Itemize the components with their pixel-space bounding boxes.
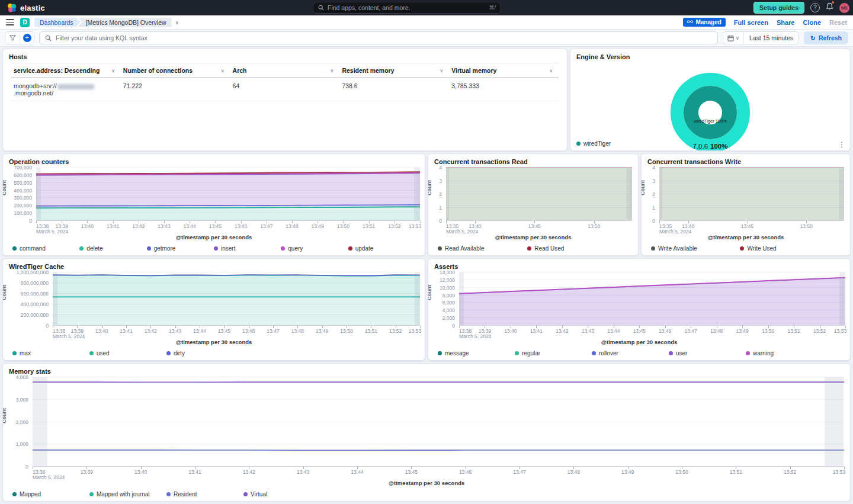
managed-icon xyxy=(687,20,693,24)
legend-item[interactable]: insert xyxy=(214,245,281,252)
date-picker-calendar-icon[interactable]: ∨ xyxy=(723,32,744,44)
legend-dot xyxy=(243,492,248,496)
x-axis-title: @timestamp per 30 seconds xyxy=(3,234,425,242)
refresh-button[interactable]: ↻ Refresh xyxy=(804,31,848,44)
legend-dot xyxy=(89,351,94,355)
time-range-value[interactable]: Last 15 minutes xyxy=(744,34,799,41)
memory-stats-chart[interactable]: Count01,0002,0003,0004,00013:3813:3913:4… xyxy=(3,376,850,480)
legend-label: update xyxy=(355,245,374,252)
panel-wiredtiger-cache: WiredTiger Cache Count0200,000,000400,00… xyxy=(2,258,425,361)
engine-donut-chart[interactable]: wiredTiger 100% 7.0.6100% wiredTiger ⋮ xyxy=(570,62,850,150)
donut-inner-ring xyxy=(691,94,730,132)
legend-dot xyxy=(12,351,17,355)
share-link[interactable]: Share xyxy=(777,19,795,26)
chart-legend: commanddeletegetmoreinsertqueryupdate xyxy=(3,242,425,255)
global-search-input[interactable]: Find apps, content, and more. ⌘/ xyxy=(313,2,501,14)
asserts-chart[interactable]: Count02,0004,0006,0008,00010,00012,00014… xyxy=(428,271,850,339)
search-icon xyxy=(318,5,324,11)
panel-hosts: Hosts service.address: Descending∨Number… xyxy=(2,49,567,151)
legend-label: Write Available xyxy=(658,245,697,252)
column-header[interactable]: Resident memory∨ xyxy=(339,63,449,78)
legend-item[interactable]: command xyxy=(12,245,79,252)
panel-options-kebab-icon[interactable]: ⋮ xyxy=(838,140,845,149)
elastic-logo[interactable]: elastic xyxy=(7,3,45,12)
legend-item[interactable]: used xyxy=(89,350,166,357)
legend-item[interactable]: Mapped xyxy=(12,491,89,497)
dashboard-app-badge[interactable]: D xyxy=(20,18,30,27)
chart-legend: maxuseddirty xyxy=(3,346,425,360)
refresh-icon: ↻ xyxy=(810,34,816,41)
kql-filter-input[interactable]: Filter your data using KQL syntax xyxy=(39,31,718,44)
breadcrumb-dashboards[interactable]: Dashboards xyxy=(34,18,81,27)
legend-item[interactable]: user xyxy=(669,350,746,357)
clone-link[interactable]: Clone xyxy=(803,19,821,26)
legend-item-wiredtiger[interactable]: wiredTiger xyxy=(576,140,611,147)
legend-item[interactable]: warning xyxy=(746,350,823,357)
managed-label: Managed xyxy=(695,19,721,25)
breadcrumb-current-dashboard[interactable]: [Metrics MongoDB] Overview xyxy=(78,18,172,27)
menu-hamburger-icon[interactable] xyxy=(6,19,14,25)
elastic-logo-icon xyxy=(7,3,17,12)
table-row: mongodb+srv://.mongodb.net/ 71.222 64 73… xyxy=(11,78,559,101)
full-screen-link[interactable]: Full screen xyxy=(734,19,768,26)
legend-dot xyxy=(166,492,171,496)
legend-dot xyxy=(746,351,750,355)
legend-item[interactable]: Read Available xyxy=(438,245,527,252)
legend-item[interactable]: update xyxy=(348,245,415,252)
sort-chevron-icon: ∨ xyxy=(221,68,225,73)
column-header[interactable]: Arch∨ xyxy=(230,63,340,78)
column-header[interactable]: Number of connections∨ xyxy=(121,63,230,78)
legend-dot xyxy=(515,351,519,355)
legend-item[interactable]: Write Used xyxy=(740,245,829,252)
column-header[interactable]: Virtual memory∨ xyxy=(449,63,559,78)
setup-guides-button[interactable]: Setup guides xyxy=(753,2,804,14)
operation-counters-chart[interactable]: Count0100,000200,000300,000400,000500,00… xyxy=(3,166,425,234)
breadcrumb-chevron-icon[interactable]: ∨ xyxy=(175,20,179,25)
legend-dot xyxy=(592,351,596,355)
legend-item[interactable]: regular xyxy=(515,350,592,357)
concurrent-read-chart[interactable]: Count0123413:3513:4013:4513:50March 5, 2… xyxy=(428,166,638,234)
chevron-down-icon: ∨ xyxy=(736,36,739,41)
reset-link[interactable]: Reset xyxy=(829,19,847,26)
legend-label: dirty xyxy=(174,350,185,357)
legend-item[interactable]: Read Used xyxy=(527,245,617,252)
legend-item[interactable]: Write Available xyxy=(651,245,740,252)
chart-legend: Read AvailableRead Used xyxy=(428,242,638,255)
legend-label: user xyxy=(676,350,687,357)
panel-title: Hosts xyxy=(3,49,567,62)
legend-item[interactable]: Mapped with journal xyxy=(89,491,166,497)
legend-label: Read Used xyxy=(534,245,564,252)
legend-dot xyxy=(438,246,442,251)
user-avatar[interactable]: MS xyxy=(839,3,849,13)
panel-title: Asserts xyxy=(428,259,850,271)
legend-item[interactable]: max xyxy=(12,350,89,357)
concurrent-write-chart[interactable]: Count0123413:3513:4013:4513:50March 5, 2… xyxy=(642,166,850,234)
legend-dot xyxy=(740,246,744,251)
managed-badge[interactable]: Managed xyxy=(683,18,725,27)
legend-item[interactable]: rollover xyxy=(592,350,669,357)
legend-label: Resident xyxy=(174,491,197,497)
legend-item[interactable]: Virtual xyxy=(243,491,320,497)
panel-concurrent-transactions-write: Concurrent transactions Write Count01234… xyxy=(641,153,851,256)
legend-item[interactable]: dirty xyxy=(166,350,243,357)
help-icon[interactable]: ? xyxy=(810,3,820,12)
wiredtiger-cache-chart[interactable]: Count0200,000,000400,000,000600,000,0008… xyxy=(3,271,425,339)
legend-dot xyxy=(651,246,655,251)
notification-badge xyxy=(831,1,835,4)
column-header[interactable]: service.address: Descending∨ xyxy=(11,63,121,78)
legend-item[interactable]: message xyxy=(438,350,515,357)
panel-title: Memory stats xyxy=(3,364,850,376)
notifications-bell-icon[interactable] xyxy=(826,2,833,13)
legend-dot xyxy=(166,351,171,355)
redacted-address xyxy=(57,84,94,89)
legend-item[interactable]: query xyxy=(281,245,348,252)
search-icon xyxy=(45,35,52,41)
legend-label: Write Used xyxy=(747,245,776,252)
panel-concurrent-transactions-read: Concurrent transactions Read Count012341… xyxy=(428,153,639,256)
legend-item[interactable]: getmore xyxy=(147,245,214,252)
sort-chevron-icon: ∨ xyxy=(440,68,443,73)
legend-item[interactable]: Resident xyxy=(166,491,243,497)
add-filter-button[interactable]: + xyxy=(20,32,34,44)
filter-funnel-icon[interactable] xyxy=(5,32,20,44)
legend-item[interactable]: delete xyxy=(79,245,146,252)
